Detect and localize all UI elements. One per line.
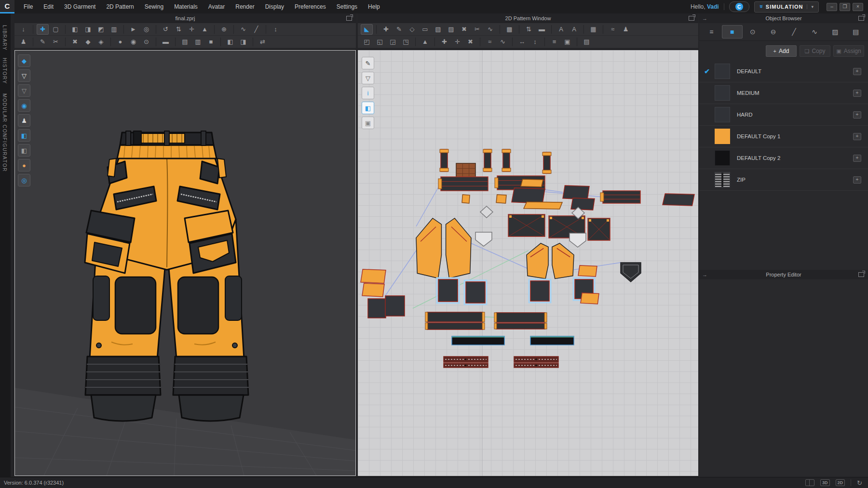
fabric-row[interactable]: ✔DEFAULT+ [699,61,868,82]
simulate-icon[interactable]: ↓ [17,24,29,35]
pattern-piece[interactable] [524,202,562,209]
collapse-panel-icon[interactable]: → [702,15,707,21]
pattern-piece[interactable] [544,313,547,322]
menu-display[interactable]: Display [260,0,289,13]
fabric-row[interactable]: ZIP+ [699,169,868,191]
pattern-piece[interactable] [542,152,551,156]
pattern-piece[interactable] [440,149,448,153]
topstitch-tab[interactable]: ╱ [784,25,804,39]
cut-pattern-icon[interactable]: ✂ [471,24,483,35]
button-3d-icon[interactable]: ⊙ [140,37,152,47]
fabric-expand-icon[interactable]: + [853,176,861,184]
sculpt-line-icon[interactable]: ╱ [250,24,262,35]
popout-object-browser-icon[interactable] [858,16,864,21]
pattern-piece[interactable] [440,168,448,171]
notch-tool-icon[interactable]: ∿ [484,24,496,35]
edit-curvature-icon[interactable]: ✎ [393,24,405,35]
collapse-property-editor-icon[interactable]: → [702,272,707,277]
show-transparent-garment-icon[interactable]: ▽ [18,84,30,97]
menu-3d-garment[interactable]: 3D Garment [59,0,101,13]
popout-2d-icon[interactable] [689,16,694,21]
pattern-piece[interactable] [496,313,545,322]
pattern-piece[interactable] [494,323,497,329]
pin-box-icon[interactable]: ◉ [127,37,139,47]
toggle-2d-button[interactable]: 2D [836,479,845,486]
fabric-swatch[interactable] [715,129,730,144]
show-2d-pattern-icon[interactable]: ▽ [18,69,30,82]
shirring-icon[interactable]: ∿ [497,37,509,47]
swap-garment-icon[interactable]: ⇅ [173,24,185,35]
pattern-piece[interactable] [582,217,584,219]
pattern-piece[interactable] [496,195,506,203]
menu-render[interactable]: Render [230,0,259,13]
pattern-piece[interactable] [578,265,597,277]
walkthrough-avatar-icon[interactable]: ♟ [17,37,29,47]
pattern-piece[interactable] [438,279,458,302]
show-fabric-icon[interactable]: ◧ [18,129,30,142]
puckering-tab[interactable]: ▨ [825,25,846,39]
zigzag-stitch-tab[interactable]: ∿ [804,25,825,39]
polygon-pattern-icon[interactable]: ▭ [419,24,431,35]
popout-property-editor-icon[interactable] [858,272,864,277]
pattern-piece[interactable] [427,312,483,322]
pattern-piece[interactable] [465,365,467,367]
button-tab[interactable]: ⊙ [743,25,763,39]
pattern-piece[interactable] [494,313,497,322]
ruler-2d-icon[interactable]: ▬ [536,24,548,35]
show-particle-distance-icon[interactable]: ◉ [18,99,30,112]
fabric-swatch[interactable] [715,107,730,122]
show-info-2d-icon[interactable]: i [362,87,374,99]
show-globe-icon[interactable]: ◎ [18,174,30,186]
pattern-piece[interactable] [416,218,441,278]
pattern-piece[interactable] [446,218,471,278]
move-garment-icon[interactable]: ◧ [69,24,81,35]
edit-pattern-icon[interactable]: ✚ [380,24,392,35]
text-tool-icon[interactable]: A [555,24,567,35]
simulation-dropdown-icon[interactable]: ▾ [807,4,814,9]
measure-horizontal-icon[interactable]: ↔ [516,37,528,47]
pattern-piece[interactable] [427,323,483,330]
popout-3d-icon[interactable] [346,16,352,21]
pattern-piece[interactable] [483,168,492,171]
assign-button[interactable]: ▣Assign [833,45,864,57]
pattern-piece[interactable] [535,365,537,367]
pattern-piece[interactable] [385,296,405,316]
print-layout-avatar-icon[interactable]: ♟ [620,24,632,35]
fabric-row[interactable]: DEFAULT Copy 2+ [699,147,868,169]
menu-2d-pattern[interactable]: 2D Pattern [101,0,139,13]
menu-sewing[interactable]: Sewing [139,0,169,13]
fabric-expand-icon[interactable]: + [853,111,861,119]
tape-measure-icon[interactable]: ✛ [186,24,198,35]
scene-list-tab[interactable]: ≡ [701,25,722,39]
text-style-tool-icon[interactable]: A [568,24,580,35]
pin-3d-icon[interactable]: ● [114,37,126,47]
sculpt-curve-icon[interactable]: ∿ [237,24,249,35]
pattern-piece[interactable] [502,149,511,153]
fabric-swatch[interactable] [715,150,730,166]
show-3d-garment-icon[interactable]: ◆ [18,54,30,67]
dress-avatar-icon[interactable]: ▲ [199,24,211,35]
pattern-outline-icon[interactable]: ▨ [445,24,457,35]
pattern-piece[interactable] [527,243,548,279]
sewing-machine-icon[interactable]: ▬ [160,37,172,47]
pattern-piece[interactable] [621,263,641,282]
arrange-garment-icon[interactable]: ▥ [108,24,120,35]
tack-garment-icon[interactable]: ◈ [95,37,107,47]
transform-pattern-icon[interactable]: ◣ [361,24,373,35]
tab-modular-configurator[interactable]: MODULAR CONFIGURATOR [2,93,7,172]
fabric-swatch[interactable] [715,172,730,187]
cut-sew-3d-icon[interactable]: ✂ [50,37,62,47]
pattern-piece[interactable] [600,193,604,201]
pattern-canvas[interactable] [358,50,698,476]
copy-button[interactable]: ❏Copy [800,45,830,57]
layer-order-icon[interactable]: ≡ [548,37,560,47]
steam-iron-icon[interactable]: ▲ [419,37,431,47]
fabric-row[interactable]: HARD+ [699,104,868,126]
pattern-piece[interactable] [482,323,485,330]
remove-sewing-icon[interactable]: ✖ [69,37,81,47]
baseline-tool-icon[interactable]: ▣ [561,37,573,47]
pattern-piece[interactable] [465,358,467,360]
app-logo[interactable]: C [0,0,14,13]
pattern-piece[interactable] [663,194,694,206]
menu-preferences[interactable]: Preferences [289,0,331,13]
